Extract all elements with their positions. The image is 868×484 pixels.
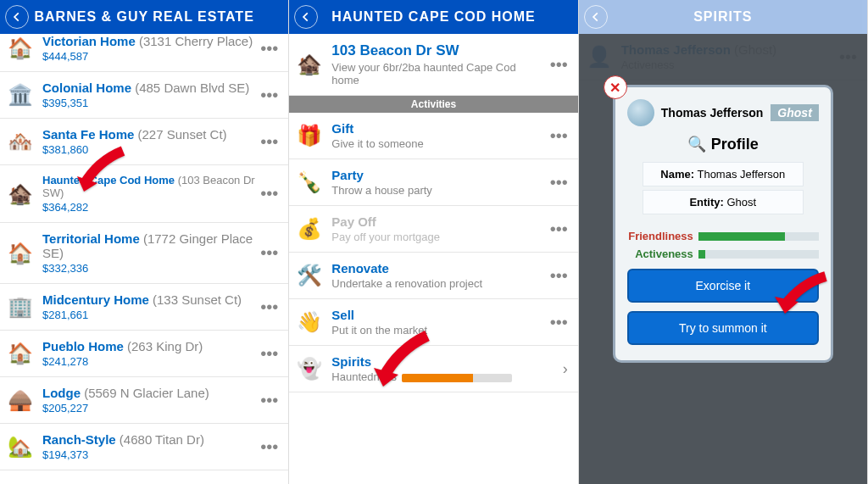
panel-property: Haunted Cape Cod Home 🏚️ 103 Beacon Dr S… xyxy=(289,0,578,484)
more-icon[interactable]: ••• xyxy=(547,220,571,239)
house-icon: 🏘️ xyxy=(7,128,34,155)
header-title: Haunted Cape Cod Home xyxy=(331,9,536,25)
header-listings: Barnes & Guy Real Estate xyxy=(0,0,288,34)
activeness-stat: Activeness xyxy=(627,248,819,260)
listing-row[interactable]: 🏛️ Colonial Home (485 Dawn Blvd SE) $395… xyxy=(0,72,288,119)
house-icon: 🏠 xyxy=(7,35,34,62)
house-icon: 🏛️ xyxy=(7,81,34,108)
activity-row[interactable]: 🍾PartyThrow a house party••• xyxy=(289,159,577,206)
more-icon[interactable]: ••• xyxy=(257,86,281,105)
more-icon[interactable]: ••• xyxy=(547,266,571,286)
ghost-avatar xyxy=(627,99,654,126)
panel-listings: Barnes & Guy Real Estate 🏠 Victorian Hom… xyxy=(0,0,289,484)
activities-header: Activities xyxy=(289,96,577,113)
profile-entity-field: Entity: Ghost xyxy=(643,190,804,214)
exorcise-button[interactable]: Exorcise it xyxy=(627,269,819,303)
spirit-profile-modal: ✕ Thomas Jefferson Ghost 🔍 Profile Name:… xyxy=(613,85,833,363)
activity-row[interactable]: 🛠️RenovateUndertake a renovation project… xyxy=(289,253,577,299)
profile-name-field: Name: Thomas Jefferson xyxy=(643,162,804,186)
listing-row[interactable]: 🏘️ Santa Fe Home (227 Sunset Ct) $381,86… xyxy=(0,119,288,165)
back-button[interactable] xyxy=(5,5,29,29)
listing-row[interactable]: 🛖 Lodge (5569 N Glacier Lane) $205,227 •… xyxy=(0,377,288,424)
entity-tag: Ghost xyxy=(771,104,818,121)
more-icon[interactable]: ••• xyxy=(547,126,571,146)
more-icon[interactable]: ••• xyxy=(257,437,281,457)
house-icon: 🏢 xyxy=(7,293,34,320)
summon-button[interactable]: Try to summon it xyxy=(627,311,819,345)
back-button xyxy=(584,5,608,29)
header-title: Barnes & Guy Real Estate xyxy=(35,9,254,25)
chevron-right-icon: › xyxy=(559,360,571,378)
more-icon[interactable]: ••• xyxy=(547,173,571,192)
more-icon[interactable]: ••• xyxy=(257,298,281,317)
activity-icon: 🍾 xyxy=(296,169,323,196)
activity-row[interactable]: 🎁GiftGive it to someone••• xyxy=(289,113,577,159)
back-button[interactable] xyxy=(294,5,318,29)
activity-icon: 👻 xyxy=(296,355,323,382)
activity-icon: 🎁 xyxy=(296,122,323,149)
listing-row[interactable]: 🏡 Ranch-Style (4680 Titan Dr) $194,373 •… xyxy=(0,424,288,470)
property-list: 🏚️ 103 Beacon Dr SW View your 6br/2ba ha… xyxy=(289,34,577,484)
activity-row[interactable]: 👻SpiritsHauntedness› xyxy=(289,346,577,392)
house-icon: 🏠 xyxy=(7,240,34,267)
more-icon[interactable]: ••• xyxy=(257,243,281,263)
activity-icon: 💰 xyxy=(296,215,323,242)
house-icon: 🏡 xyxy=(7,433,34,460)
activity-row: 💰Pay OffPay off your mortgage••• xyxy=(289,206,577,253)
house-icon: 🛖 xyxy=(7,387,34,414)
magnifier-icon: 🔍 xyxy=(687,135,706,153)
activity-icon: 🛠️ xyxy=(296,262,323,289)
more-icon[interactable]: ••• xyxy=(257,391,281,410)
property-address: 103 Beacon Dr SW xyxy=(331,42,546,59)
property-desc: View your 6br/2ba haunted Cape Cod home xyxy=(331,61,546,86)
more-icon[interactable]: ••• xyxy=(257,184,281,203)
close-button[interactable]: ✕ xyxy=(604,75,627,99)
listing-row[interactable]: 🏠 Pueblo Home (263 King Dr) $241,278 ••• xyxy=(0,331,288,377)
listing-row[interactable]: 🏢 Midcentury Home (133 Sunset Ct) $281,6… xyxy=(0,284,288,331)
listing-row[interactable]: 🏠 Victorian Home (3131 Cherry Place) $44… xyxy=(0,34,288,72)
more-icon[interactable]: ••• xyxy=(257,39,281,58)
activity-icon: 👋 xyxy=(296,309,323,336)
header-property: Haunted Cape Cod Home xyxy=(289,0,577,34)
header-spirits: Spirits xyxy=(579,0,867,34)
more-icon[interactable]: ••• xyxy=(257,344,281,364)
more-icon[interactable]: ••• xyxy=(547,55,571,75)
panel-spirits-modal: Spirits 👤 Thomas Jefferson (Ghost) Activ… xyxy=(579,0,868,484)
listing-row[interactable]: 🏚️ Haunted Cape Cod Home (103 Beacon Dr … xyxy=(0,165,288,223)
modal-name: Thomas Jefferson xyxy=(661,106,764,120)
more-icon[interactable]: ••• xyxy=(257,132,281,152)
house-icon: 🏚️ xyxy=(7,181,34,208)
profile-heading: 🔍 Profile xyxy=(627,135,819,153)
friendliness-stat: Friendliness xyxy=(627,230,819,242)
house-icon: 🏠 xyxy=(7,340,34,367)
property-header-row[interactable]: 🏚️ 103 Beacon Dr SW View your 6br/2ba ha… xyxy=(289,34,577,96)
listings-list: 🏠 Victorian Home (3131 Cherry Place) $44… xyxy=(0,34,288,484)
more-icon[interactable]: ••• xyxy=(547,313,571,332)
header-title: Spirits xyxy=(693,9,752,25)
activity-row[interactable]: 👋SellPut it on the market••• xyxy=(289,299,577,346)
house-icon: 🏚️ xyxy=(296,51,323,78)
listing-row[interactable]: 🏠 Territorial Home (1772 Ginger Place SE… xyxy=(0,223,288,284)
